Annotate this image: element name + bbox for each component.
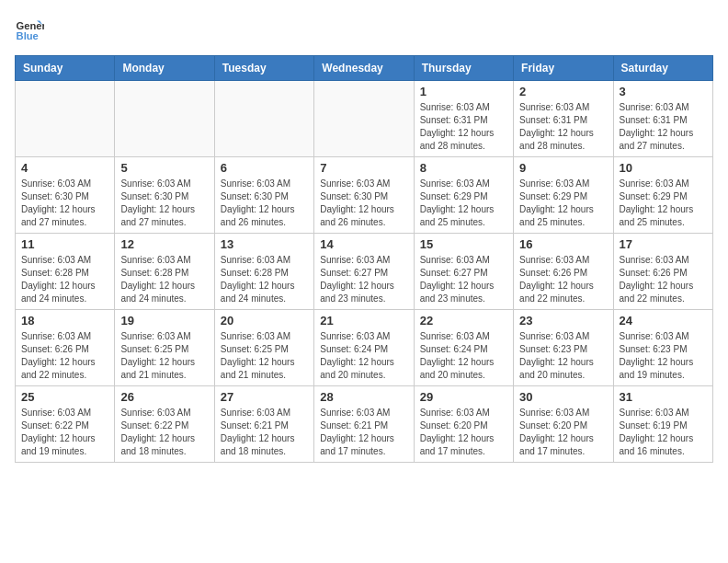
day-number: 13: [221, 237, 308, 251]
day-info: Sunrise: 6:03 AM Sunset: 6:22 PM Dayligh…: [120, 407, 208, 458]
day-number: 23: [519, 314, 607, 327]
day-number: 5: [120, 161, 208, 175]
day-cell-8: 8Sunrise: 6:03 AM Sunset: 6:29 PM Daylig…: [414, 157, 513, 234]
empty-cell: [115, 81, 214, 157]
day-number: 29: [420, 390, 507, 404]
empty-cell: [314, 81, 414, 157]
day-number: 28: [320, 390, 407, 404]
day-cell-15: 15Sunrise: 6:03 AM Sunset: 6:27 PM Dayli…: [414, 234, 513, 310]
day-info: Sunrise: 6:03 AM Sunset: 6:22 PM Dayligh…: [21, 407, 108, 458]
day-cell-18: 18Sunrise: 6:03 AM Sunset: 6:26 PM Dayli…: [16, 310, 115, 386]
day-cell-27: 27Sunrise: 6:03 AM Sunset: 6:21 PM Dayli…: [214, 386, 313, 463]
weekday-header-wednesday: Wednesday: [314, 56, 414, 81]
day-info: Sunrise: 6:03 AM Sunset: 6:21 PM Dayligh…: [221, 407, 308, 458]
empty-cell: [214, 81, 313, 157]
day-cell-22: 22Sunrise: 6:03 AM Sunset: 6:24 PM Dayli…: [414, 310, 513, 386]
day-info: Sunrise: 6:03 AM Sunset: 6:30 PM Dayligh…: [320, 178, 407, 229]
day-cell-29: 29Sunrise: 6:03 AM Sunset: 6:20 PM Dayli…: [414, 386, 513, 463]
day-info: Sunrise: 6:03 AM Sunset: 6:29 PM Dayligh…: [519, 178, 607, 229]
day-info: Sunrise: 6:03 AM Sunset: 6:27 PM Dayligh…: [320, 254, 407, 305]
day-number: 9: [519, 161, 607, 175]
day-number: 6: [221, 161, 308, 175]
day-cell-12: 12Sunrise: 6:03 AM Sunset: 6:28 PM Dayli…: [115, 234, 214, 310]
day-info: Sunrise: 6:03 AM Sunset: 6:30 PM Dayligh…: [120, 178, 208, 229]
day-cell-10: 10Sunrise: 6:03 AM Sunset: 6:29 PM Dayli…: [613, 157, 712, 234]
day-info: Sunrise: 6:03 AM Sunset: 6:21 PM Dayligh…: [320, 407, 407, 458]
day-number: 7: [320, 161, 407, 175]
empty-cell: [16, 81, 115, 157]
day-cell-7: 7Sunrise: 6:03 AM Sunset: 6:30 PM Daylig…: [314, 157, 414, 234]
weekday-header-sunday: Sunday: [16, 56, 115, 81]
day-number: 30: [519, 390, 607, 404]
day-info: Sunrise: 6:03 AM Sunset: 6:23 PM Dayligh…: [519, 330, 607, 382]
week-row-1: 1Sunrise: 6:03 AM Sunset: 6:31 PM Daylig…: [16, 81, 713, 157]
day-number: 25: [21, 390, 108, 404]
day-cell-17: 17Sunrise: 6:03 AM Sunset: 6:26 PM Dayli…: [613, 234, 712, 310]
day-info: Sunrise: 6:03 AM Sunset: 6:30 PM Dayligh…: [221, 178, 308, 229]
day-info: Sunrise: 6:03 AM Sunset: 6:19 PM Dayligh…: [620, 407, 707, 458]
day-info: Sunrise: 6:03 AM Sunset: 6:31 PM Dayligh…: [620, 101, 707, 153]
logo-icon: General Blue: [15, 15, 44, 44]
day-info: Sunrise: 6:03 AM Sunset: 6:26 PM Dayligh…: [620, 254, 707, 305]
day-number: 18: [21, 314, 108, 327]
day-info: Sunrise: 6:03 AM Sunset: 6:20 PM Dayligh…: [420, 407, 507, 458]
day-number: 16: [519, 237, 607, 251]
day-cell-23: 23Sunrise: 6:03 AM Sunset: 6:23 PM Dayli…: [514, 310, 613, 386]
day-cell-19: 19Sunrise: 6:03 AM Sunset: 6:25 PM Dayli…: [115, 310, 214, 386]
logo: General Blue: [15, 15, 44, 44]
day-cell-14: 14Sunrise: 6:03 AM Sunset: 6:27 PM Dayli…: [314, 234, 414, 310]
day-info: Sunrise: 6:03 AM Sunset: 6:27 PM Dayligh…: [420, 254, 507, 305]
week-row-3: 11Sunrise: 6:03 AM Sunset: 6:28 PM Dayli…: [16, 234, 713, 310]
day-info: Sunrise: 6:03 AM Sunset: 6:26 PM Dayligh…: [519, 254, 607, 305]
weekday-header-row: SundayMondayTuesdayWednesdayThursdayFrid…: [16, 56, 713, 81]
day-cell-1: 1Sunrise: 6:03 AM Sunset: 6:31 PM Daylig…: [414, 81, 513, 157]
day-info: Sunrise: 6:03 AM Sunset: 6:28 PM Dayligh…: [120, 254, 208, 305]
day-info: Sunrise: 6:03 AM Sunset: 6:28 PM Dayligh…: [21, 254, 108, 305]
day-info: Sunrise: 6:03 AM Sunset: 6:31 PM Dayligh…: [519, 101, 607, 153]
day-number: 11: [21, 237, 108, 251]
week-row-2: 4Sunrise: 6:03 AM Sunset: 6:30 PM Daylig…: [16, 157, 713, 234]
weekday-header-tuesday: Tuesday: [214, 56, 313, 81]
day-cell-26: 26Sunrise: 6:03 AM Sunset: 6:22 PM Dayli…: [115, 386, 214, 463]
day-info: Sunrise: 6:03 AM Sunset: 6:25 PM Dayligh…: [221, 330, 308, 382]
day-cell-30: 30Sunrise: 6:03 AM Sunset: 6:20 PM Dayli…: [514, 386, 613, 463]
weekday-header-monday: Monday: [115, 56, 214, 81]
day-info: Sunrise: 6:03 AM Sunset: 6:29 PM Dayligh…: [420, 178, 507, 229]
day-number: 31: [620, 390, 707, 404]
page-header: General Blue: [15, 15, 713, 44]
day-number: 15: [420, 237, 507, 251]
day-number: 24: [620, 314, 707, 327]
svg-text:Blue: Blue: [17, 30, 39, 41]
day-cell-4: 4Sunrise: 6:03 AM Sunset: 6:30 PM Daylig…: [16, 157, 115, 234]
day-info: Sunrise: 6:03 AM Sunset: 6:30 PM Dayligh…: [21, 178, 108, 229]
week-row-4: 18Sunrise: 6:03 AM Sunset: 6:26 PM Dayli…: [16, 310, 713, 386]
day-cell-11: 11Sunrise: 6:03 AM Sunset: 6:28 PM Dayli…: [16, 234, 115, 310]
day-info: Sunrise: 6:03 AM Sunset: 6:29 PM Dayligh…: [620, 178, 707, 229]
day-number: 19: [120, 314, 208, 327]
weekday-header-saturday: Saturday: [613, 56, 712, 81]
day-number: 3: [620, 85, 707, 98]
day-number: 10: [620, 161, 707, 175]
day-cell-31: 31Sunrise: 6:03 AM Sunset: 6:19 PM Dayli…: [613, 386, 712, 463]
day-number: 27: [221, 390, 308, 404]
day-cell-9: 9Sunrise: 6:03 AM Sunset: 6:29 PM Daylig…: [514, 157, 613, 234]
day-cell-13: 13Sunrise: 6:03 AM Sunset: 6:28 PM Dayli…: [214, 234, 313, 310]
day-number: 26: [120, 390, 208, 404]
day-cell-25: 25Sunrise: 6:03 AM Sunset: 6:22 PM Dayli…: [16, 386, 115, 463]
day-info: Sunrise: 6:03 AM Sunset: 6:24 PM Dayligh…: [420, 330, 507, 382]
day-info: Sunrise: 6:03 AM Sunset: 6:31 PM Dayligh…: [420, 101, 507, 153]
day-number: 8: [420, 161, 507, 175]
day-cell-24: 24Sunrise: 6:03 AM Sunset: 6:23 PM Dayli…: [613, 310, 712, 386]
day-cell-16: 16Sunrise: 6:03 AM Sunset: 6:26 PM Dayli…: [514, 234, 613, 310]
day-cell-3: 3Sunrise: 6:03 AM Sunset: 6:31 PM Daylig…: [613, 81, 712, 157]
day-cell-20: 20Sunrise: 6:03 AM Sunset: 6:25 PM Dayli…: [214, 310, 313, 386]
day-cell-28: 28Sunrise: 6:03 AM Sunset: 6:21 PM Dayli…: [314, 386, 414, 463]
calendar-table: SundayMondayTuesdayWednesdayThursdayFrid…: [15, 55, 713, 463]
day-info: Sunrise: 6:03 AM Sunset: 6:20 PM Dayligh…: [519, 407, 607, 458]
day-info: Sunrise: 6:03 AM Sunset: 6:25 PM Dayligh…: [120, 330, 208, 382]
day-number: 14: [320, 237, 407, 251]
day-info: Sunrise: 6:03 AM Sunset: 6:28 PM Dayligh…: [221, 254, 308, 305]
day-cell-5: 5Sunrise: 6:03 AM Sunset: 6:30 PM Daylig…: [115, 157, 214, 234]
weekday-header-friday: Friday: [514, 56, 613, 81]
week-row-5: 25Sunrise: 6:03 AM Sunset: 6:22 PM Dayli…: [16, 386, 713, 463]
